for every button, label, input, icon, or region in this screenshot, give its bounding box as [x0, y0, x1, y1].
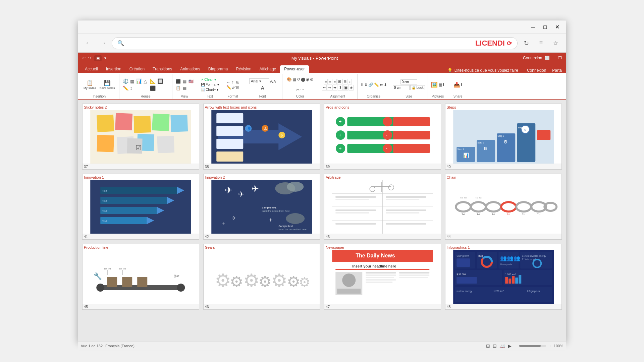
- address-bar[interactable]: 🔍 LICENDI ⟳: [112, 37, 518, 49]
- reuse-btn5[interactable]: ✏️: [122, 85, 129, 92]
- fmt-btn3[interactable]: ↕: [232, 80, 236, 84]
- ppt-restore[interactable]: ❐: [558, 56, 562, 60]
- my-slides-btn[interactable]: 📋 My slides: [82, 79, 98, 90]
- reuse-btn7[interactable]: 📐: [149, 78, 156, 84]
- favorites-button[interactable]: ☆: [550, 37, 562, 49]
- tab-insertion[interactable]: Insertion: [102, 65, 125, 73]
- font-size-down[interactable]: A: [273, 79, 276, 83]
- width-input[interactable]: [400, 79, 417, 84]
- font-selector[interactable]: Arial ▾: [249, 78, 269, 84]
- reuse-btn1[interactable]: ⚖️: [122, 78, 129, 84]
- tab-transitions[interactable]: Transitions: [149, 65, 176, 73]
- tab-diaporama[interactable]: Diaporama: [204, 65, 232, 73]
- reuse-btn6[interactable]: ↕️: [129, 85, 133, 92]
- slide-item[interactable]: Pros and cons + +: [324, 104, 441, 170]
- tab-poweruser[interactable]: Power-user: [280, 65, 309, 73]
- align-btn9[interactable]: ▣: [343, 85, 348, 90]
- save-slides-btn[interactable]: 💾 Save slides: [98, 79, 116, 90]
- slide-item[interactable]: Infographics 1 GDP growth 88%: [445, 244, 562, 310]
- slide-item[interactable]: Production line: [82, 244, 199, 310]
- fmt-btn2[interactable]: ✏️: [226, 85, 231, 90]
- view-btn2[interactable]: ▦: [182, 78, 187, 84]
- tab-affichage[interactable]: Affichage: [255, 65, 280, 73]
- color-btn6[interactable]: ⊙: [310, 77, 313, 82]
- height-input[interactable]: [393, 85, 410, 90]
- fmt-btn4[interactable]: 🖊: [232, 85, 236, 90]
- tab-accueil[interactable]: Accueil: [81, 65, 102, 73]
- fmt-btn1[interactable]: ↔: [226, 80, 231, 84]
- connexion-btn[interactable]: Connexion: [523, 56, 542, 60]
- view-btn1[interactable]: ⬛: [175, 78, 181, 84]
- chart-btn[interactable]: 📊 Chart+ ▾: [200, 87, 220, 92]
- distribute-btn1[interactable]: ⬌: [332, 85, 337, 90]
- color-btn4[interactable]: ⬤: [301, 77, 305, 82]
- ppt-minimize[interactable]: ─: [552, 56, 555, 60]
- view-slideshow[interactable]: ▶: [508, 343, 512, 349]
- slide-item[interactable]: Steps 📊: [445, 104, 562, 170]
- lock-btn[interactable]: 🔒 Lock: [410, 85, 425, 90]
- slide-item[interactable]: Innovation 2 ✈ ✈ ✈: [203, 174, 320, 240]
- align-btn5[interactable]: ⊟: [342, 79, 347, 84]
- view-slide-sorter[interactable]: ⊟: [493, 343, 497, 349]
- view-reading[interactable]: 📖: [499, 343, 505, 349]
- distribute-btn2[interactable]: ⬍: [338, 85, 343, 90]
- slide-item[interactable]: Arbitrage: [324, 174, 441, 240]
- color-btn8[interactable]: ⋯: [300, 87, 304, 92]
- align-btn6[interactable]: ↕: [348, 79, 352, 84]
- slide-item[interactable]: Newspaper The Daily News Insert your hea…: [324, 244, 441, 310]
- org-btn5[interactable]: ⬌: [380, 82, 383, 87]
- view-btn4[interactable]: ▦: [182, 85, 187, 91]
- org-btn6[interactable]: ⬍: [384, 82, 387, 87]
- slide-item[interactable]: Chain: [445, 174, 562, 240]
- color-btn7[interactable]: ✂: [296, 87, 300, 92]
- align-btn10[interactable]: ◈: [349, 85, 354, 90]
- reuse-btn9[interactable]: ⬛: [149, 85, 156, 92]
- tab-revision[interactable]: Révision: [232, 65, 255, 73]
- align-btn8[interactable]: ⇥: [327, 85, 332, 90]
- tab-creation[interactable]: Création: [125, 65, 149, 73]
- quick-access[interactable]: ▣: [94, 55, 102, 61]
- align-btn2[interactable]: ≡: [328, 79, 332, 84]
- slide-item[interactable]: Innovation 1 Text Tex: [82, 174, 199, 240]
- align-btn4[interactable]: ⊞: [337, 79, 342, 84]
- font-size-up[interactable]: A: [270, 79, 273, 84]
- view-normal[interactable]: ⊞: [486, 343, 490, 349]
- color-btn2[interactable]: ▦: [292, 77, 296, 82]
- fmt-btn5[interactable]: ⊞: [236, 80, 239, 84]
- view-btn3[interactable]: 📋: [175, 85, 181, 91]
- slide-item[interactable]: Arrow with text boxes and icons: [203, 104, 320, 170]
- reuse-btn4[interactable]: △: [143, 78, 148, 84]
- tab-animations[interactable]: Animations: [176, 65, 204, 73]
- fmt-btn6[interactable]: ⊟: [236, 85, 239, 90]
- pic-btn2[interactable]: ▦: [438, 82, 442, 87]
- org-btn1[interactable]: ⬆: [360, 82, 364, 87]
- reuse-btn2[interactable]: ▦: [129, 78, 135, 84]
- connexion-label[interactable]: Connexion: [527, 68, 546, 73]
- refresh-button[interactable]: ↻: [520, 37, 532, 49]
- zoom-out[interactable]: ─: [514, 344, 517, 348]
- color-btn1[interactable]: 🎨: [287, 77, 292, 82]
- back-button[interactable]: ←: [82, 37, 94, 49]
- org-btn2[interactable]: ⬇: [364, 82, 368, 87]
- flag-icon[interactable]: 🇺🇸: [188, 78, 194, 84]
- reuse-btn3[interactable]: 📊: [136, 78, 143, 84]
- color-btn5[interactable]: ◉: [306, 77, 309, 82]
- org-btn4[interactable]: 📏: [374, 82, 379, 87]
- clean-btn[interactable]: ✓ Clean ▾: [200, 77, 217, 82]
- align-btn1[interactable]: ≡: [324, 79, 328, 84]
- forward-button[interactable]: →: [97, 37, 109, 49]
- share-btn1[interactable]: 📤: [453, 81, 460, 88]
- org-btn3[interactable]: 🔗: [368, 82, 373, 87]
- bold-btn[interactable]: A: [260, 85, 265, 91]
- menu-button[interactable]: ≡: [535, 37, 547, 49]
- url-input[interactable]: [127, 41, 473, 46]
- slide-item[interactable]: Gears ⚙ ⚙ ⚙ ⚙ ⚙ ⚙ ⚙: [203, 244, 320, 310]
- pic-btn1[interactable]: 🖼️: [431, 81, 438, 88]
- maximize-button[interactable]: □: [540, 22, 550, 32]
- partage-label[interactable]: Parta: [552, 68, 562, 73]
- slide-item[interactable]: Sticky notes 2: [82, 104, 199, 170]
- color-btn3[interactable]: ↺: [297, 77, 300, 82]
- align-btn3[interactable]: ≡: [333, 79, 337, 84]
- format-btn[interactable]: 💾 Format ▾: [200, 82, 220, 87]
- share-btn2[interactable]: ℹ: [461, 82, 463, 87]
